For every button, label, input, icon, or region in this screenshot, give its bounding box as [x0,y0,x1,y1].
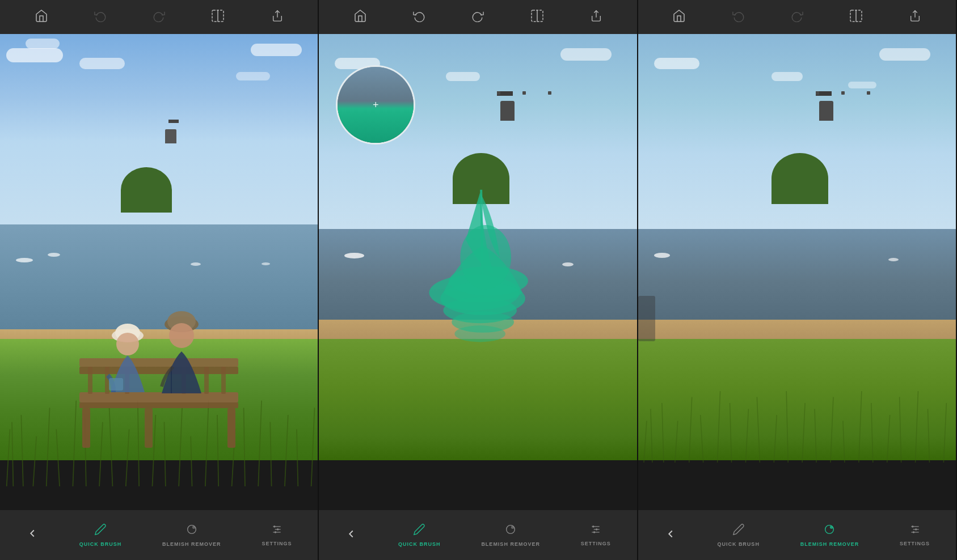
settings-tab-3[interactable]: SETTINGS [893,519,937,551]
svg-line-79 [651,409,652,463]
svg-point-47 [169,323,194,348]
blemish-remover-tab-3[interactable]: BLEMISH REMOVER [794,519,866,551]
panel-2: + QUICK BRUSH [319,0,638,560]
bottom-bar-1: QUICK BRUSH BLEMISH REMOVER [0,510,318,560]
blemish-remover-tab-2[interactable]: BLEMISH REMOVER [474,519,547,551]
home-icon[interactable] [35,9,48,26]
share-icon-2[interactable] [590,10,602,25]
blemish-remover-icon-1 [186,523,198,539]
photo-area-3 [638,34,956,510]
svg-rect-29 [79,402,238,408]
redo-icon-2[interactable] [471,10,484,25]
back-button-3[interactable] [657,523,684,547]
svg-line-91 [815,409,816,463]
undo-icon-2[interactable] [413,10,425,25]
zoom-magnifier: + [336,65,415,145]
svg-line-87 [757,397,760,463]
quick-brush-icon-2 [413,523,425,539]
svg-rect-34 [79,367,238,374]
panel-1: QUICK BRUSH BLEMISH REMOVER [0,0,319,560]
blemish-remover-label-3: BLEMISH REMOVER [800,541,859,547]
svg-point-66 [455,325,506,342]
settings-tab-1[interactable]: SETTINGS [255,519,298,551]
svg-line-99 [928,409,929,463]
svg-line-84 [717,391,720,463]
svg-line-95 [871,403,872,463]
blemish-remover-icon-3 [823,523,836,539]
redo-icon-3[interactable] [791,10,803,25]
svg-rect-32 [145,408,153,448]
svg-line-80 [662,403,664,463]
quick-brush-tab-3[interactable]: QUICK BRUSH [710,519,766,551]
svg-line-98 [915,391,918,463]
settings-label-2: SETTINGS [581,541,611,546]
bottom-bar-2: QUICK BRUSH BLEMISH REMOVER [319,510,636,560]
svg-line-83 [700,415,703,463]
share-icon[interactable] [271,10,284,25]
back-arrow-icon-3[interactable] [664,528,677,542]
svg-line-86 [745,409,748,463]
svg-point-102 [830,526,833,529]
undo-icon-3[interactable] [732,10,745,25]
panel-3: QUICK BRUSH BLEMISH REMOVER [638,0,957,560]
share-icon-3[interactable] [909,10,921,25]
svg-rect-44 [109,378,123,391]
svg-point-54 [277,528,279,530]
back-arrow-icon-2[interactable] [345,528,357,542]
svg-line-81 [674,421,677,463]
crop-compare-icon[interactable] [211,9,225,26]
svg-point-64 [461,225,512,290]
toolbar-1 [0,0,318,34]
back-button-2[interactable] [338,523,364,547]
blemish-remover-label-2: BLEMISH REMOVER [481,541,540,547]
svg-line-90 [802,403,805,463]
settings-icon-1 [271,524,283,538]
settings-icon-2 [590,524,601,538]
svg-point-72 [592,525,594,527]
quick-brush-icon-1 [94,523,107,539]
svg-point-55 [275,531,276,533]
svg-rect-28 [79,392,238,402]
svg-line-89 [786,391,788,463]
quick-brush-label-2: QUICK BRUSH [398,541,441,547]
blemish-remover-tab-1[interactable]: BLEMISH REMOVER [155,519,228,551]
crop-compare-icon-2[interactable] [530,9,544,26]
svg-line-94 [858,391,861,463]
quick-brush-tab-1[interactable]: QUICK BRUSH [73,519,129,551]
svg-rect-39 [204,367,209,394]
svg-point-107 [915,528,917,530]
redo-icon[interactable] [153,10,165,25]
home-icon-2[interactable] [353,9,367,26]
blemish-remover-label-1: BLEMISH REMOVER [162,541,221,547]
settings-tab-2[interactable]: SETTINGS [574,519,618,551]
svg-rect-35 [88,367,92,394]
back-button-1[interactable] [19,523,45,548]
svg-line-88 [774,415,777,463]
blemish-remover-icon-2 [504,523,517,539]
svg-line-78 [644,421,647,463]
toolbar-3 [638,0,956,34]
crop-compare-icon-3[interactable] [849,9,863,26]
svg-line-85 [730,403,731,463]
quick-brush-label-3: QUICK BRUSH [717,541,760,547]
svg-rect-31 [227,408,235,448]
svg-rect-40 [221,367,226,394]
back-arrow-icon[interactable] [26,527,39,543]
quick-brush-label-1: QUICK BRUSH [79,541,122,547]
quick-brush-icon-3 [732,523,745,539]
svg-line-100 [943,403,946,463]
toolbar-2 [319,0,636,34]
svg-rect-30 [82,408,90,448]
bottom-bar-3: QUICK BRUSH BLEMISH REMOVER [638,510,956,560]
svg-point-74 [593,531,595,533]
settings-icon-3 [909,524,921,538]
settings-label-3: SETTINGS [900,541,930,546]
photo-area-1 [0,34,318,510]
quick-brush-tab-2[interactable]: QUICK BRUSH [391,519,448,551]
svg-point-53 [273,525,275,527]
svg-point-108 [912,531,914,533]
svg-line-93 [843,421,845,463]
home-icon-3[interactable] [672,9,686,26]
photo-area-2[interactable]: + [319,34,636,510]
undo-icon[interactable] [94,10,107,25]
